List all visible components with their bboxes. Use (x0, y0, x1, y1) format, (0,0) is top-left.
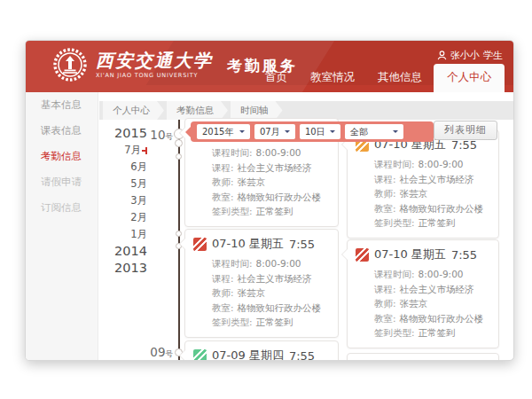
attendance-card[interactable]: 07-09 星期四 7:55 (184, 340, 339, 361)
chevron-down-icon (239, 130, 245, 136)
university-name-en: XI'AN JIAO TONG UNIVERSITY (96, 72, 213, 79)
breadcrumb-attendance-info[interactable]: 考勤信息 (167, 101, 228, 120)
field-label: 教室: (212, 192, 234, 202)
attendance-card[interactable]: 07-10 星期五 7:55 课程时间:8:00-9:00 课程:社会主义市场经… (184, 229, 339, 338)
timeline-day-09-label: 09号 (130, 345, 173, 360)
nav-item-other-info[interactable]: 其他信息 (366, 64, 434, 92)
field-label: 签到类型: (374, 327, 415, 338)
field-label: 教师: (212, 176, 234, 187)
chevron-down-icon (393, 130, 398, 136)
timeline-year-2014[interactable]: 2014 (99, 243, 147, 260)
field-value: 格物致知行政办公楼 (238, 302, 322, 313)
field-label: 教室: (212, 302, 234, 313)
timeline-month-feb[interactable]: 2月 (99, 209, 147, 226)
user-icon (437, 51, 447, 60)
card-details: 课程时间:8:00-9:00 课程:社会主义市场经济 教师:张芸京 教室:格物致… (185, 144, 338, 226)
university-name-block: 西安交通大学 XI'AN JIAO TONG UNIVERSITY (96, 51, 213, 79)
field-value: 张芸京 (238, 176, 266, 187)
sidebar: 基本信息 课表信息 考勤信息 请假申请 订阅信息 (26, 92, 98, 360)
user-name: 张小小 (450, 49, 480, 62)
user-info[interactable]: 张小小 学生 (437, 49, 503, 62)
field-value: 社会主义市场经济 (400, 174, 474, 184)
sidebar-item-attendance[interactable]: 考勤信息 (26, 144, 98, 169)
field-value: 格物致知行政办公楼 (238, 192, 322, 202)
timeline-year-list: 2015 7月 6月 5月 3月 2月 1月 2014 2013 (99, 125, 147, 277)
app-header: 西安交通大学 XI'AN JIAO TONG UNIVERSITY 考勤服务 张… (26, 41, 513, 92)
field-label: 课程时间: (212, 258, 253, 269)
card-time: 7:55 (289, 238, 315, 251)
field-value: 张芸京 (238, 287, 266, 298)
main-nav: 首页 教室情况 其他信息 个人中心 (254, 64, 505, 92)
timeline-month-jun[interactable]: 6月 (99, 159, 147, 176)
timeline-month-mar[interactable]: 3月 (99, 192, 147, 209)
sidebar-item-leave-request[interactable]: 请假申请 (26, 169, 98, 195)
breadcrumb-personal-center[interactable]: 个人中心 (103, 101, 164, 120)
field-label: 教室: (374, 203, 396, 214)
nav-item-personal-center[interactable]: 个人中心 (434, 64, 505, 92)
field-label: 签到类型: (374, 217, 415, 228)
field-label: 签到类型: (212, 317, 253, 327)
current-month-tick (142, 150, 147, 152)
field-value: 8:00-9:00 (256, 147, 301, 158)
sidebar-item-basic-info[interactable]: 基本信息 (26, 92, 98, 118)
field-value: 社会主义市场经济 (238, 162, 312, 173)
breadcrumb: 个人中心 考勤信息 时间轴 (99, 101, 513, 120)
field-label: 教师: (212, 287, 234, 298)
field-value: 8:00-9:00 (419, 159, 464, 169)
field-label: 课程时间: (374, 269, 415, 279)
attendance-card[interactable]: 07-10 星期五 7:55 课程时间:8:00-9:00 课程:社会主义市场经… (347, 129, 499, 239)
timeline-node[interactable] (176, 153, 182, 160)
field-value: 格物致知行政办公楼 (400, 203, 484, 214)
field-value: 8:00-9:00 (419, 269, 464, 279)
field-label: 课程: (212, 273, 234, 284)
chevron-down-icon (285, 130, 290, 136)
user-role: 学生 (483, 49, 503, 62)
field-label: 课程: (374, 174, 396, 184)
year-select[interactable]: 2015年 (197, 124, 250, 139)
card-date: 07-10 星期五 (374, 246, 446, 262)
field-value: 张芸京 (400, 298, 428, 309)
day-select[interactable]: 10日 (300, 124, 340, 139)
timeline-month-may[interactable]: 5月 (99, 176, 147, 192)
stamp-green-icon (193, 349, 207, 362)
stamp-red-icon (356, 248, 369, 262)
field-value: 正常签到 (419, 217, 456, 228)
breadcrumb-timeline[interactable]: 时间轴 (231, 101, 283, 120)
attendance-card-header: 07-10 星期五 7:55 (185, 230, 338, 254)
field-label: 课程: (374, 284, 396, 294)
field-label: 签到类型: (212, 206, 253, 216)
timeline-day-10-label: 10号 (130, 128, 173, 143)
timeline-node[interactable] (176, 231, 182, 237)
app-window: 西安交通大学 XI'AN JIAO TONG UNIVERSITY 考勤服务 张… (25, 40, 514, 361)
card-details: 课程时间:8:00-9:00 课程:社会主义市场经济 教师:张芸京 教室:格物致… (348, 265, 498, 348)
field-label: 课程时间: (374, 159, 415, 169)
attendance-card[interactable]: 07-10 星期五 7:55 课程时间:8:00-9:00 课程:社会主义市场经… (347, 239, 499, 348)
field-value: 格物致知行政办公楼 (400, 313, 484, 324)
card-time: 7:55 (451, 248, 477, 262)
field-label: 课程时间: (212, 147, 253, 158)
type-select[interactable]: 全部 (345, 124, 403, 139)
sidebar-item-timetable[interactable]: 课表信息 (26, 118, 98, 144)
card-details: 课程时间:8:00-9:00 课程:社会主义市场经济 教师:张芸京 教室:格物致… (185, 254, 338, 337)
timeline-year-2013[interactable]: 2013 (99, 260, 147, 277)
attendance-card[interactable] (347, 353, 499, 361)
stamp-red-icon (193, 238, 207, 251)
timeline-month-jan[interactable]: 1月 (99, 226, 147, 243)
timeline-node[interactable] (175, 139, 183, 147)
card-time: 7:55 (289, 349, 315, 362)
nav-item-home[interactable]: 首页 (254, 64, 299, 92)
card-date: 07-09 星期四 (212, 348, 284, 361)
attendance-card-header: 07-09 星期四 7:55 (185, 341, 338, 361)
nav-item-classrooms[interactable]: 教室情况 (299, 64, 366, 92)
field-value: 正常签到 (419, 327, 456, 338)
sidebar-item-subscription[interactable]: 订阅信息 (26, 195, 98, 221)
list-detail-button[interactable]: 列表明细 (434, 121, 497, 140)
attendance-card-header: 07-10 星期五 7:55 (348, 240, 498, 265)
card-date: 07-10 星期五 (212, 236, 284, 252)
month-select[interactable]: 07月 (254, 124, 295, 139)
page: 西安交通大学 XI'AN JIAO TONG UNIVERSITY 考勤服务 张… (0, 0, 532, 399)
timeline-month-jul[interactable]: 7月 (99, 142, 147, 159)
field-value: 社会主义市场经济 (238, 273, 312, 284)
field-value: 张芸京 (400, 188, 428, 199)
field-value: 8:00-9:00 (256, 258, 301, 269)
